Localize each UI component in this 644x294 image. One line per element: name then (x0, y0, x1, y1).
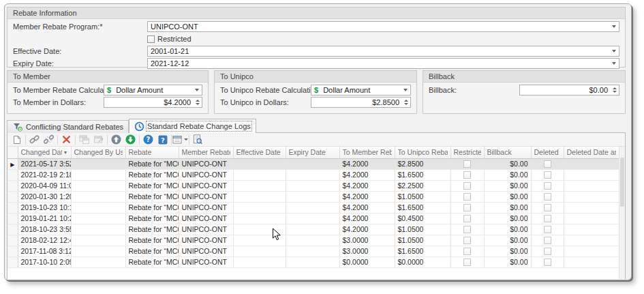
grid-cell[interactable]: UNIPCO-ONT (179, 256, 233, 267)
grid-cell[interactable] (233, 256, 286, 267)
grid-cell[interactable] (450, 169, 484, 180)
grid-cell[interactable] (71, 180, 125, 191)
grid-cell[interactable]: $0.00 (484, 213, 531, 224)
grid-cell[interactable]: UNIPCO-ONT (179, 180, 233, 191)
grid-cell[interactable]: Rebate for “MCCAI... (125, 256, 179, 267)
unlink-button[interactable] (42, 134, 56, 146)
column-header[interactable]: Deleted Date and Time (564, 147, 619, 158)
grid-cell[interactable] (71, 158, 125, 169)
to-unipco-calc-type-combo[interactable]: $ Dollar Amount (311, 85, 411, 95)
column-header[interactable]: Rebate (125, 147, 179, 158)
grid-cell[interactable] (531, 158, 564, 169)
grid-cell[interactable] (531, 213, 564, 224)
grid-cell[interactable]: Rebate for “MCCAI... (125, 191, 179, 202)
download-circle-button[interactable] (123, 134, 138, 146)
grid-cell[interactable]: $1.0500 (395, 191, 450, 202)
grid-cell[interactable] (564, 224, 619, 235)
grid-cell[interactable]: Rebate for “MCCAI... (125, 180, 179, 191)
grid-cell[interactable]: 2019-10-23 10:10:4... (18, 202, 71, 213)
grid-cell[interactable]: UNIPCO-ONT (179, 246, 233, 256)
scroll-down-icon[interactable] (619, 269, 625, 279)
to-unipco-dollars-input[interactable]: $2.8500 (311, 97, 411, 108)
grid-cell[interactable] (233, 246, 286, 256)
grid-cell[interactable] (564, 180, 619, 191)
grid-cell[interactable]: $4.2000 (339, 202, 395, 213)
grid-cell[interactable]: $0.00 (484, 158, 531, 169)
tab-conflicting-standard-rebates[interactable]: 0 Conflicting Standard Rebates (7, 120, 129, 133)
grid-cell[interactable] (286, 191, 339, 202)
grid-cell[interactable] (233, 235, 286, 246)
grid-cell[interactable] (450, 180, 484, 191)
grid-cell[interactable] (564, 191, 619, 202)
column-header[interactable]: Billback (484, 147, 531, 158)
dropdown-caret-icon[interactable] (184, 138, 188, 141)
new-record-button[interactable] (10, 134, 24, 146)
grid-cell[interactable]: $1.6500 (395, 246, 450, 256)
grid-cell[interactable]: $0.00 (484, 246, 531, 256)
grid-cell[interactable] (564, 246, 619, 256)
grid-cell[interactable]: $4.2000 (339, 169, 395, 180)
grid-cell[interactable]: 2021-02-19 2:18:18... (18, 169, 71, 180)
grid-cell[interactable] (286, 180, 339, 191)
grid-cell[interactable]: Rebate for “MCCAI... (125, 235, 179, 246)
member-rebate-program-combo[interactable]: UNIPCO-ONT (147, 21, 619, 32)
effective-date-picker[interactable]: 2001-01-21 (147, 46, 619, 57)
grid-cell[interactable]: Rebate for “MCCAI... (125, 158, 179, 169)
grid-cell[interactable]: $0.4500 (395, 213, 450, 224)
grid-cell[interactable]: $0.00 (484, 202, 531, 213)
grid-cell[interactable]: Rebate for “MCCAI... (125, 224, 179, 235)
spinner-buttons-icon[interactable] (610, 85, 619, 95)
column-header[interactable]: Expiry Date (286, 147, 339, 158)
grid-cell[interactable] (564, 158, 619, 169)
grid-cell[interactable]: UNIPCO-ONT (179, 224, 233, 235)
spinner-buttons-icon[interactable] (193, 98, 202, 107)
grid-cell[interactable]: 2019-01-21 10:29:0... (18, 213, 71, 224)
grid-cell[interactable] (450, 191, 484, 202)
column-header[interactable]: To Member Rebate... (339, 147, 395, 158)
chevron-down-icon[interactable] (609, 22, 619, 31)
grid-cell[interactable] (71, 191, 125, 202)
grid-cell[interactable]: $3.0000 (339, 235, 395, 246)
grid-cell[interactable]: 2017-10-10 2:09:13... (18, 256, 71, 267)
vertical-scrollbar[interactable] (619, 147, 625, 279)
preview-button[interactable] (191, 134, 205, 146)
grid-cell[interactable] (450, 213, 484, 224)
chevron-down-icon[interactable] (400, 85, 410, 95)
billback-input[interactable]: $0.00 (519, 85, 619, 95)
table-row[interactable]: 2021-02-19 2:18:18...Rebate for “MCCAI..… (7, 169, 619, 180)
column-header[interactable]: Member Rebate... (179, 147, 233, 158)
grid-cell[interactable]: $0.0000 (395, 256, 450, 267)
grid-cell[interactable] (286, 158, 339, 169)
grid-cell[interactable]: UNIPCO-ONT (179, 213, 233, 224)
grid-cell[interactable] (531, 169, 564, 180)
grid-cell[interactable]: $1.6500 (395, 202, 450, 213)
grid-cell[interactable]: $4.2000 (339, 191, 395, 202)
grid-cell[interactable] (71, 202, 125, 213)
grid-cell[interactable]: $4.2000 (339, 224, 395, 235)
grid-cell[interactable]: 2021-05-17 3:52:30... (18, 158, 71, 169)
grid-cell[interactable]: $0.00 (484, 180, 531, 191)
scrollbar-thumb[interactable] (620, 158, 624, 207)
grid-cell[interactable]: $0.0000 (339, 256, 395, 267)
grid-cell[interactable] (286, 235, 339, 246)
grid-cell[interactable]: 2017-11-08 3:12:28... (18, 246, 71, 256)
grid-cell[interactable]: $0.00 (484, 256, 531, 267)
grid-cell[interactable] (286, 224, 339, 235)
chevron-down-icon[interactable] (609, 46, 619, 56)
grid-cell[interactable]: 2020-01-30 1:20:36... (18, 191, 71, 202)
grid-cell[interactable] (71, 235, 125, 246)
column-header[interactable]: Restricted (450, 147, 484, 158)
grid-cell[interactable] (71, 213, 125, 224)
grid-cell[interactable] (233, 213, 286, 224)
upload-circle-button[interactable] (109, 134, 123, 146)
grid-cell[interactable]: $1.0500 (395, 224, 450, 235)
table-row[interactable]: ▶2021-05-17 3:52:30...Rebate for “MCCAI.… (7, 158, 619, 169)
grid-cell[interactable] (286, 213, 339, 224)
scroll-up-icon[interactable] (619, 147, 625, 156)
grid-cell[interactable]: Rebate for “MCCAI... (125, 213, 179, 224)
grid-cell[interactable] (450, 202, 484, 213)
grid-cell[interactable]: 2018-02-12 12:40:4... (18, 235, 71, 246)
grid-cell[interactable]: $4.2000 (339, 213, 395, 224)
table-row[interactable]: 2019-10-23 10:10:4...Rebate for “MCCAI..… (7, 202, 619, 213)
link-button[interactable] (27, 134, 42, 146)
